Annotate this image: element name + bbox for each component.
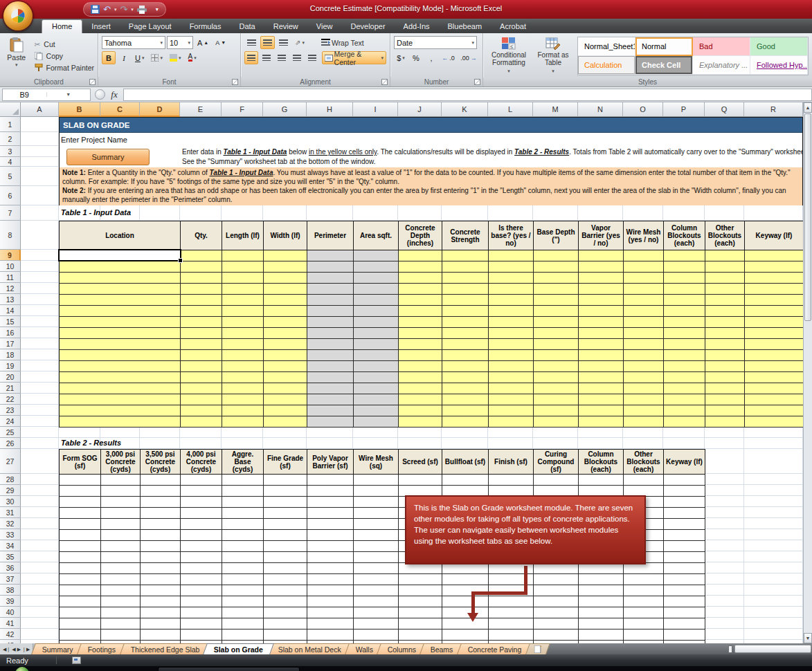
percent-style-button[interactable]: % [409, 51, 423, 64]
insert-worksheet-tab[interactable] [525, 643, 550, 654]
cell[interactable] [141, 519, 181, 530]
cell[interactable] [60, 405, 181, 416]
cell[interactable] [664, 416, 705, 428]
cell[interactable] [664, 552, 705, 563]
cut-button[interactable]: ✂Cut [35, 38, 94, 50]
scroll-down-button[interactable]: ▼ [804, 633, 812, 643]
cell[interactable] [745, 306, 803, 317]
cell[interactable] [664, 361, 705, 372]
cell[interactable] [705, 284, 745, 295]
column-header-J[interactable]: J [398, 102, 442, 117]
cell[interactable] [354, 372, 399, 383]
cell[interactable] [60, 416, 181, 428]
row-header-2[interactable]: 2 [0, 132, 21, 146]
cell[interactable] [489, 394, 534, 405]
cell[interactable] [579, 273, 624, 284]
cell[interactable] [745, 250, 803, 261]
merge-center-button[interactable]: Merge & Center▾ [322, 51, 386, 64]
row-header-28[interactable]: 28 [0, 474, 21, 485]
cell[interactable] [222, 295, 264, 306]
cell[interactable] [307, 295, 354, 306]
scroll-up-button[interactable]: ▲ [804, 102, 812, 113]
cell[interactable] [664, 530, 705, 541]
cell[interactable] [664, 295, 705, 306]
row-header-40[interactable]: 40 [0, 607, 21, 618]
cell[interactable] [579, 383, 624, 394]
last-sheet-button[interactable]: ❘▶ [22, 647, 30, 652]
cell[interactable] [101, 541, 141, 552]
cell[interactable] [489, 405, 534, 416]
cell[interactable] [141, 497, 181, 508]
cell[interactable] [664, 273, 705, 284]
cell[interactable] [307, 361, 354, 372]
cell[interactable] [60, 585, 101, 596]
cell[interactable] [579, 563, 624, 574]
cell[interactable] [141, 486, 181, 497]
ribbon-tab[interactable]: Acrobat [491, 19, 535, 33]
cell[interactable] [101, 629, 141, 641]
cell[interactable] [705, 317, 745, 328]
cell[interactable] [101, 497, 141, 508]
cell[interactable] [354, 295, 399, 306]
row-header-16[interactable]: 16 [0, 327, 21, 338]
selected-cell-B9[interactable] [58, 249, 181, 261]
cell[interactable] [624, 607, 664, 618]
cell[interactable] [745, 261, 803, 273]
cell[interactable] [399, 574, 442, 585]
orientation-button[interactable]: ⇗▾ [292, 36, 307, 49]
cell[interactable] [745, 372, 803, 383]
cell[interactable] [442, 607, 489, 618]
cell[interactable] [705, 394, 745, 405]
cell[interactable] [222, 306, 264, 317]
cell[interactable] [141, 475, 181, 486]
cell[interactable] [181, 394, 222, 405]
cell[interactable] [264, 497, 307, 508]
ribbon-tab[interactable]: Review [264, 19, 307, 33]
cell[interactable] [222, 629, 264, 641]
cell[interactable] [354, 273, 399, 284]
cell[interactable] [579, 629, 624, 641]
style-preset[interactable]: Check Cell [635, 56, 693, 75]
cell[interactable] [181, 618, 222, 629]
cell[interactable] [222, 497, 264, 508]
cell[interactable] [101, 574, 141, 585]
cell[interactable] [60, 306, 181, 317]
cell[interactable] [181, 519, 222, 530]
cell[interactable] [489, 361, 534, 372]
cell[interactable] [101, 519, 141, 530]
cell[interactable] [222, 383, 264, 394]
cell[interactable] [664, 339, 705, 350]
row-header-34[interactable]: 34 [0, 540, 21, 551]
cell[interactable] [579, 361, 624, 372]
ribbon-tab[interactable]: Insert [82, 19, 120, 33]
cell[interactable] [624, 361, 664, 372]
cell[interactable] [705, 416, 745, 428]
cell[interactable] [534, 475, 579, 486]
cell[interactable] [664, 317, 705, 328]
cell[interactable] [442, 394, 489, 405]
cell[interactable] [101, 585, 141, 596]
first-sheet-button[interactable]: ◀❘ [3, 647, 10, 652]
cell[interactable] [442, 563, 489, 574]
cell[interactable] [307, 339, 354, 350]
cell[interactable] [442, 383, 489, 394]
cell[interactable] [489, 629, 534, 641]
office-button[interactable] [3, 1, 33, 30]
cell[interactable] [534, 284, 579, 295]
cell[interactable] [705, 372, 745, 383]
align-center-button[interactable] [260, 51, 273, 64]
sheet-tab[interactable]: Thickened Edge Slab [120, 643, 211, 654]
cell[interactable] [141, 552, 181, 563]
style-preset[interactable]: Followed Hyp... [750, 56, 808, 75]
cell[interactable] [624, 574, 664, 585]
cell[interactable] [354, 563, 399, 574]
cell[interactable] [489, 618, 534, 629]
cell[interactable] [442, 574, 489, 585]
cell[interactable] [664, 596, 705, 607]
cell[interactable] [442, 350, 489, 361]
cell[interactable] [222, 596, 264, 607]
row-header-23[interactable]: 23 [0, 405, 21, 416]
cell[interactable] [60, 541, 101, 552]
cell[interactable] [579, 250, 624, 261]
cell[interactable] [705, 328, 745, 339]
